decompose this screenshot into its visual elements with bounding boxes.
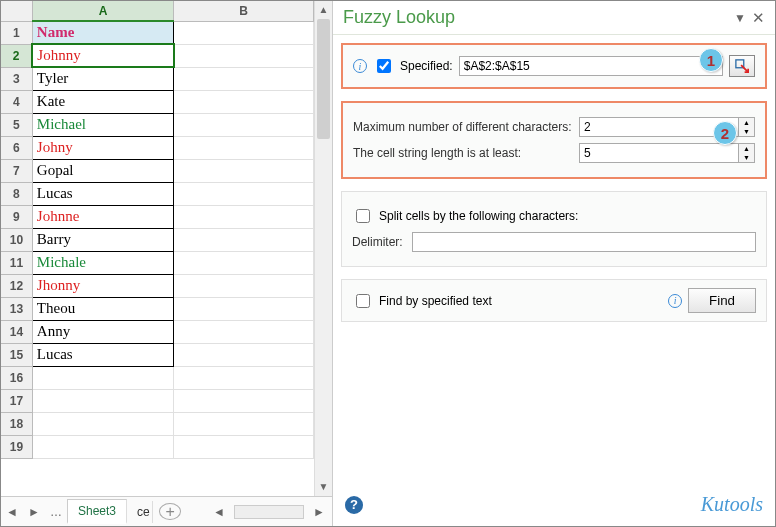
specified-range-input[interactable] xyxy=(459,56,723,76)
min-len-input[interactable] xyxy=(579,143,739,163)
cell[interactable]: Lucas xyxy=(32,343,174,366)
spreadsheet-area: AB1Name2Johnny3Tyler4Kate5Michael6Johny7… xyxy=(1,1,333,526)
spin-up-icon[interactable]: ▲ xyxy=(739,118,754,127)
add-sheet-button[interactable]: + xyxy=(159,503,181,520)
scroll-thumb[interactable] xyxy=(317,19,330,139)
tab-nav-next[interactable]: ► xyxy=(23,505,45,519)
help-icon[interactable]: ? xyxy=(345,496,363,514)
row-header[interactable]: 17 xyxy=(1,389,32,412)
row-header[interactable]: 1 xyxy=(1,21,32,44)
max-diff-label: Maximum number of different characters: xyxy=(353,120,573,134)
cell[interactable] xyxy=(174,435,314,458)
cell[interactable] xyxy=(174,113,314,136)
cell[interactable]: Johnne xyxy=(32,205,174,228)
close-icon[interactable]: ✕ xyxy=(752,9,765,27)
cell[interactable] xyxy=(174,136,314,159)
row-header[interactable]: 8 xyxy=(1,182,32,205)
cell[interactable]: Johnny xyxy=(32,44,174,67)
row-header[interactable]: 19 xyxy=(1,435,32,458)
panel-title: Fuzzy Lookup xyxy=(343,7,728,28)
cell[interactable] xyxy=(174,205,314,228)
cell[interactable] xyxy=(174,297,314,320)
hscroll-left[interactable]: ◄ xyxy=(210,505,228,519)
cell[interactable]: Kate xyxy=(32,90,174,113)
row-header[interactable]: 4 xyxy=(1,90,32,113)
spin-down-icon[interactable]: ▼ xyxy=(739,153,754,162)
cell[interactable] xyxy=(32,389,174,412)
row-header[interactable]: 9 xyxy=(1,205,32,228)
cell[interactable]: Johny xyxy=(32,136,174,159)
min-len-label: The cell string length is at least: xyxy=(353,146,573,160)
row-header[interactable]: 12 xyxy=(1,274,32,297)
hscroll-right[interactable]: ► xyxy=(310,505,328,519)
cell[interactable]: Gopal xyxy=(32,159,174,182)
cell[interactable]: Anny xyxy=(32,320,174,343)
row-header[interactable]: 15 xyxy=(1,343,32,366)
row-header[interactable]: 5 xyxy=(1,113,32,136)
cell[interactable] xyxy=(174,44,314,67)
row-header[interactable]: 18 xyxy=(1,412,32,435)
cell[interactable]: Tyler xyxy=(32,67,174,90)
info-icon[interactable]: i xyxy=(353,59,367,73)
cell[interactable] xyxy=(174,90,314,113)
column-header[interactable]: A xyxy=(32,1,174,21)
findby-label: Find by specified text xyxy=(379,294,662,308)
cell[interactable] xyxy=(174,251,314,274)
cell[interactable] xyxy=(174,182,314,205)
row-header[interactable]: 3 xyxy=(1,67,32,90)
fuzzy-lookup-panel: Fuzzy Lookup ▼ ✕ i Specified: 1 xyxy=(333,1,775,526)
split-section: Split cells by the following characters:… xyxy=(341,191,767,267)
cell[interactable]: Name xyxy=(32,21,174,44)
scroll-down-icon[interactable]: ▼ xyxy=(315,478,332,496)
column-header[interactable]: B xyxy=(174,1,314,21)
cell[interactable]: Theou xyxy=(32,297,174,320)
find-button[interactable]: Find xyxy=(688,288,756,313)
cell[interactable] xyxy=(174,159,314,182)
panel-dropdown-icon[interactable]: ▼ xyxy=(734,11,746,25)
cell[interactable] xyxy=(32,435,174,458)
tab-nav-prev[interactable]: ◄ xyxy=(1,505,23,519)
row-header[interactable]: 13 xyxy=(1,297,32,320)
hscroll-track[interactable] xyxy=(234,505,304,519)
row-header[interactable]: 11 xyxy=(1,251,32,274)
row-header[interactable]: 10 xyxy=(1,228,32,251)
cell[interactable] xyxy=(174,389,314,412)
cell[interactable] xyxy=(174,21,314,44)
cell[interactable] xyxy=(32,412,174,435)
cell[interactable] xyxy=(174,228,314,251)
delimiter-input[interactable] xyxy=(412,232,756,252)
cell[interactable]: Barry xyxy=(32,228,174,251)
scroll-up-icon[interactable]: ▲ xyxy=(315,1,332,19)
cell[interactable] xyxy=(174,343,314,366)
cell[interactable] xyxy=(174,274,314,297)
vertical-scrollbar[interactable]: ▲ ▼ xyxy=(314,1,332,496)
row-header[interactable]: 6 xyxy=(1,136,32,159)
cell[interactable]: Jhonny xyxy=(32,274,174,297)
tab-nav-more[interactable]: … xyxy=(45,505,67,519)
row-header[interactable]: 14 xyxy=(1,320,32,343)
specified-checkbox[interactable] xyxy=(377,59,391,73)
spin-down-icon[interactable]: ▼ xyxy=(739,127,754,136)
spin-up-icon[interactable]: ▲ xyxy=(739,144,754,153)
range-picker-button[interactable] xyxy=(729,55,755,77)
sheet-tab-next[interactable]: ce xyxy=(127,501,153,523)
grid[interactable]: AB1Name2Johnny3Tyler4Kate5Michael6Johny7… xyxy=(1,1,314,496)
split-checkbox[interactable] xyxy=(356,209,370,223)
findby-checkbox[interactable] xyxy=(356,294,370,308)
sheet-tab-active[interactable]: Sheet3 xyxy=(67,499,127,524)
cell[interactable] xyxy=(32,366,174,389)
cell[interactable] xyxy=(174,366,314,389)
brand-logo: Kutools xyxy=(701,493,763,516)
cell[interactable]: Lucas xyxy=(32,182,174,205)
cell[interactable]: Michale xyxy=(32,251,174,274)
callout-badge-2: 2 xyxy=(713,121,737,145)
cell[interactable] xyxy=(174,67,314,90)
info-icon[interactable]: i xyxy=(668,294,682,308)
row-header[interactable]: 2 xyxy=(1,44,32,67)
cell[interactable] xyxy=(174,412,314,435)
row-header[interactable]: 7 xyxy=(1,159,32,182)
cell[interactable]: Michael xyxy=(32,113,174,136)
cell[interactable] xyxy=(174,320,314,343)
row-header[interactable]: 16 xyxy=(1,366,32,389)
panel-footer: ? Kutools xyxy=(333,485,775,526)
